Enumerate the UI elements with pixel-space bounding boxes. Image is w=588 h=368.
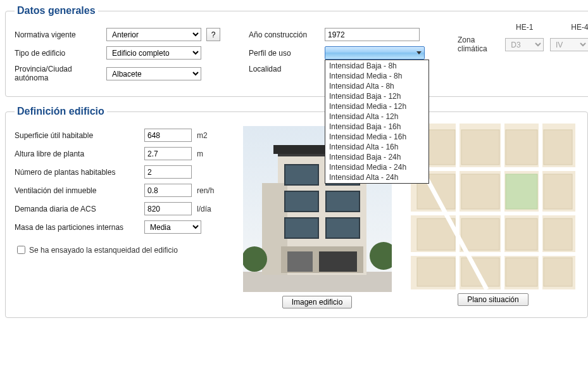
- altura-input[interactable]: [144, 147, 192, 160]
- svg-rect-35: [417, 258, 455, 286]
- acs-unit: l/día: [197, 205, 211, 213]
- plano-situacion-button[interactable]: Plano situación: [458, 293, 528, 306]
- svg-rect-39: [506, 174, 537, 209]
- he1-header: HE-1: [516, 23, 533, 32]
- zona-label: Zona climática: [458, 35, 499, 53]
- perfil-option[interactable]: Intensidad Alta - 12h: [325, 111, 428, 122]
- zona-he1-select: D3: [505, 38, 544, 51]
- normativa-help-button[interactable]: ?: [206, 28, 220, 41]
- svg-rect-38: [544, 258, 572, 286]
- ventilacion-unit: ren/h: [197, 186, 214, 195]
- perfil-option[interactable]: Intensidad Alta - 16h: [325, 142, 428, 152]
- ano-label: Año construcción: [249, 30, 325, 39]
- svg-rect-33: [506, 219, 537, 250]
- superficie-input[interactable]: [144, 129, 192, 142]
- provincia-select[interactable]: Albacete: [106, 67, 201, 80]
- superficie-unit: m2: [197, 131, 208, 140]
- localidad-label: Localidad: [249, 65, 325, 73]
- superficie-label: Superficie útil habitable: [15, 131, 144, 140]
- masa-label: Masa de las particiones internas: [15, 223, 144, 232]
- svg-rect-19: [319, 251, 357, 272]
- situation-map: [411, 124, 575, 289]
- acs-label: Demanda diaria de ACS: [15, 205, 144, 213]
- perfil-option[interactable]: Intensidad Baja - 12h: [325, 91, 428, 101]
- svg-rect-26: [506, 130, 537, 165]
- perfil-option[interactable]: Intensidad Alta - 24h: [325, 172, 428, 182]
- he4-header: HE-4: [571, 23, 588, 32]
- definicion-edificio-legend: Definición edificio: [15, 106, 107, 117]
- estanqueidad-checkbox[interactable]: [17, 246, 25, 254]
- ano-input[interactable]: [325, 28, 420, 41]
- perfil-label: Perfil de uso: [249, 49, 325, 58]
- perfil-option[interactable]: Intensidad Baja - 16h: [325, 122, 428, 132]
- ventilacion-input[interactable]: [144, 184, 192, 197]
- normativa-select[interactable]: Anterior: [106, 28, 201, 41]
- tipo-edificio-select[interactable]: Edificio completo: [106, 46, 201, 60]
- definicion-edificio-panel: Definición edificio Superficie útil habi…: [5, 106, 588, 318]
- svg-rect-25: [461, 130, 499, 165]
- imagen-edificio-button[interactable]: Imagen edificio: [282, 296, 353, 308]
- svg-rect-32: [461, 219, 499, 250]
- tipo-edificio-label: Tipo de edificio: [15, 49, 106, 58]
- perfil-option[interactable]: Intensidad Media - 16h: [325, 132, 428, 142]
- perfil-select[interactable]: Intensidad Baja - 8hIntensidad Media - 8…: [325, 46, 425, 60]
- chevron-down-icon: [416, 51, 422, 54]
- perfil-option[interactable]: Intensidad Alta - 8h: [325, 81, 428, 91]
- datos-generales-legend: Datos generales: [15, 5, 98, 16]
- svg-rect-14: [285, 192, 318, 211]
- masa-select[interactable]: Media: [144, 220, 201, 234]
- altura-unit: m: [197, 149, 203, 158]
- perfil-dropdown-list[interactable]: Intensidad Baja - 8hIntensidad Media - 8…: [325, 60, 429, 184]
- svg-rect-17: [327, 219, 359, 238]
- normativa-label: Normativa vigente: [15, 30, 106, 39]
- zona-he4-select: IV: [550, 38, 588, 51]
- svg-rect-37: [506, 258, 537, 286]
- plantas-label: Número de plantas habitables: [15, 168, 144, 177]
- svg-rect-34: [544, 219, 572, 250]
- perfil-option[interactable]: Intensidad Media - 8h: [325, 71, 428, 81]
- perfil-option[interactable]: Intensidad Baja - 24h: [325, 152, 428, 162]
- svg-rect-30: [544, 174, 572, 209]
- altura-label: Altura libre de planta: [15, 149, 144, 158]
- svg-rect-15: [327, 192, 359, 211]
- plantas-input[interactable]: [144, 165, 192, 179]
- svg-rect-16: [285, 219, 318, 238]
- svg-rect-12: [285, 165, 318, 184]
- estanqueidad-label: Se ha ensayado la estanqueidad del edifi…: [29, 246, 178, 255]
- datos-generales-panel: Datos generales Normativa vigente Anteri…: [5, 5, 588, 97]
- svg-rect-27: [544, 130, 572, 165]
- svg-rect-20: [287, 251, 313, 272]
- acs-input[interactable]: [144, 202, 192, 215]
- perfil-option[interactable]: Intensidad Media - 24h: [325, 162, 428, 172]
- provincia-label: Provincia/Ciudad autónoma: [15, 65, 106, 82]
- perfil-option[interactable]: Intensidad Baja - 8h: [325, 61, 428, 71]
- perfil-option[interactable]: Intensidad Media - 12h: [325, 101, 428, 111]
- perfil-select-head[interactable]: [325, 46, 425, 60]
- svg-rect-29: [461, 174, 499, 209]
- ventilacion-label: Ventilación del inmueble: [15, 186, 144, 195]
